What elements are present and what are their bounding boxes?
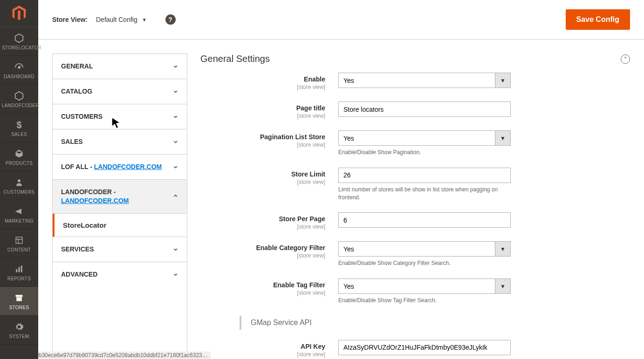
- svg-line-2: [19, 66, 21, 68]
- subsection-title: GMap Service API: [251, 318, 312, 326]
- config-section-advanced[interactable]: ADVANCED: [53, 262, 187, 287]
- field-enable: Enable [store view] Yes ▼: [200, 73, 630, 90]
- section-title: LOF ALL - LANDOFCODER.COM: [61, 163, 166, 171]
- caret-down-icon: ▼: [495, 241, 511, 257]
- field-label: Store Limit: [291, 170, 325, 178]
- nav-landofcoder[interactable]: Landofcoder: [0, 85, 38, 114]
- field-hint: Enable/Disable Show Tag Filter Search.: [338, 297, 511, 305]
- page-title-input[interactable]: [338, 102, 511, 117]
- scope-label: [store view]: [200, 113, 325, 119]
- chevron-down-icon: [172, 245, 178, 254]
- api-key-input[interactable]: [338, 340, 511, 355]
- field-label: Enable: [304, 75, 325, 83]
- nav-content[interactable]: Content: [0, 229, 38, 258]
- caret-down-icon: ▼: [142, 17, 147, 22]
- enable-select[interactable]: Yes: [338, 73, 495, 88]
- config-subitem-storelocator[interactable]: StoreLocator: [53, 214, 187, 237]
- config-section-sales[interactable]: SALES: [53, 129, 187, 155]
- nav-products[interactable]: Products: [0, 142, 38, 171]
- dollar-icon: $: [2, 119, 36, 131]
- save-config-button[interactable]: Save Config: [566, 9, 630, 30]
- scope-label: [store view]: [200, 224, 325, 230]
- field-label: Page title: [296, 104, 325, 112]
- field-label: Enable Tag Filter: [273, 281, 325, 289]
- caret-down-icon: ▼: [495, 73, 511, 88]
- section-link: LANDOFCODER.COM: [61, 197, 129, 204]
- section-prefix: LANDOFCODER -: [61, 188, 116, 196]
- nav-storelocator[interactable]: Storelocator: [0, 27, 38, 56]
- nav-sales[interactable]: $ Sales: [0, 114, 38, 142]
- field-label: Enable Category Filter: [256, 244, 325, 251]
- nav-label: Content: [2, 247, 36, 252]
- nav-label: Dashboard: [2, 74, 36, 79]
- field-hint: Limit number of stores will be show in l…: [338, 186, 511, 202]
- section-link: LANDOFCODER.COM: [94, 163, 162, 170]
- section-prefix: LOF ALL -: [61, 163, 94, 170]
- pagination-select[interactable]: Yes: [338, 130, 495, 146]
- field-per-page: Store Per Page [store view]: [200, 212, 630, 230]
- magento-logo-icon: [11, 6, 27, 21]
- nav-stores[interactable]: Stores: [0, 287, 38, 316]
- tag-filter-select[interactable]: Yes: [338, 278, 495, 294]
- nav-customers[interactable]: Customers: [0, 171, 38, 200]
- settings-panel: General Settings ⌃ Enable [store view] Y…: [200, 54, 630, 359]
- field-page-title: Page title [store view]: [200, 102, 630, 119]
- chevron-down-icon: [172, 112, 178, 121]
- category-filter-select[interactable]: Yes: [338, 241, 495, 257]
- scope-label: [store view]: [200, 84, 325, 90]
- magento-logo[interactable]: [0, 0, 38, 27]
- field-hint: Enable/Disable Show Category Filter Sear…: [338, 259, 511, 267]
- nav-label: Sales: [2, 132, 36, 137]
- svg-rect-5: [16, 237, 22, 244]
- top-bar: Store View: Default Config ▼ ? Save Conf…: [38, 0, 644, 40]
- svg-marker-3: [15, 92, 23, 100]
- field-label: Pagination List Store: [260, 133, 325, 141]
- nav-label: Marketing: [2, 218, 36, 224]
- config-section-services[interactable]: SERVICES: [53, 237, 187, 262]
- store-view-selector[interactable]: Default Config ▼: [96, 16, 147, 23]
- panel-header: General Settings ⌃: [200, 54, 630, 73]
- config-section-customers[interactable]: CUSTOMERS: [53, 104, 187, 129]
- field-label: Store Per Page: [279, 215, 325, 223]
- section-title: ADVANCED: [61, 270, 102, 279]
- bullhorn-icon: [2, 205, 36, 217]
- nav-system[interactable]: System: [0, 316, 38, 345]
- chevron-down-icon: [172, 163, 178, 171]
- chevron-down-icon: [172, 270, 178, 279]
- nav-label: Storelocator: [2, 45, 36, 50]
- store-view-value: Default Config: [96, 16, 137, 23]
- svg-rect-8: [16, 269, 17, 272]
- svg-point-4: [18, 179, 21, 182]
- help-icon[interactable]: ?: [165, 14, 176, 25]
- scope-label: [store view]: [200, 290, 325, 296]
- field-api-key: API Key [store view]: [200, 340, 630, 358]
- config-section-lof-all[interactable]: LOF ALL - LANDOFCODER.COM: [53, 155, 187, 180]
- nav-dashboard[interactable]: Dashboard: [0, 56, 38, 85]
- config-section-landofcoder[interactable]: LANDOFCODER - LANDOFCODER.COM: [53, 180, 187, 214]
- nav-label: Products: [2, 161, 36, 166]
- svg-rect-11: [16, 297, 22, 301]
- gear-icon: [2, 321, 36, 333]
- store-limit-input[interactable]: [338, 168, 511, 183]
- nav-label: System: [2, 334, 36, 339]
- store-icon: [2, 292, 36, 304]
- config-section-catalog[interactable]: CATALOG: [53, 79, 187, 104]
- collapse-toggle-icon[interactable]: ⌃: [621, 54, 630, 64]
- caret-down-icon: ▼: [495, 130, 511, 146]
- field-tag-filter: Enable Tag Filter [store view] Yes ▼ Ena…: [200, 278, 630, 305]
- panel-title: General Settings: [200, 54, 270, 64]
- nav-label: Landofcoder: [2, 103, 36, 108]
- box-icon: [2, 148, 36, 160]
- caret-down-icon: ▼: [495, 278, 511, 294]
- nav-label: Reports: [2, 276, 36, 281]
- svg-rect-9: [19, 267, 20, 272]
- scope-label: [store view]: [200, 351, 325, 358]
- section-title: SERVICES: [61, 245, 99, 254]
- per-page-input[interactable]: [338, 212, 511, 228]
- main-content: GENERAL CATALOG CUSTOMERS SALES LOF ALL …: [38, 40, 644, 359]
- nav-reports[interactable]: Reports: [0, 258, 38, 287]
- config-section-general[interactable]: GENERAL: [53, 54, 187, 79]
- nav-marketing[interactable]: Marketing: [0, 200, 38, 229]
- field-category-filter: Enable Category Filter [store view] Yes …: [200, 241, 630, 267]
- chevron-down-icon: [172, 137, 178, 146]
